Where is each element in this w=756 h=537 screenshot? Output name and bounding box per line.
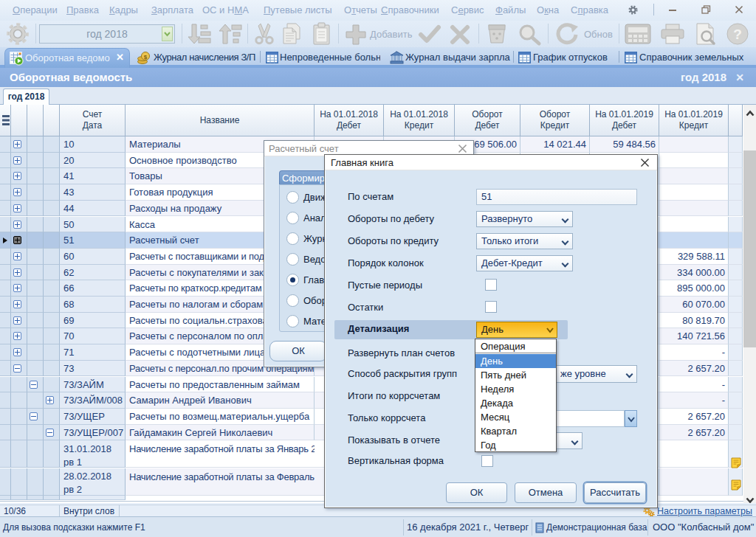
svg-text:$: $	[144, 54, 148, 60]
svg-text:?: ?	[733, 27, 742, 42]
